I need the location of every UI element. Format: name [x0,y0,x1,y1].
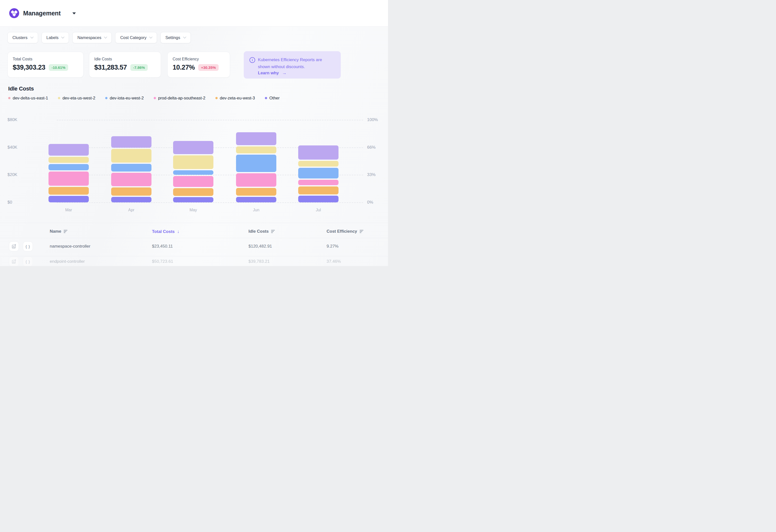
bar-segment-dev-delta-us-east-1-mar[interactable] [48,144,89,156]
stat-value: $31,283.57 [94,64,127,71]
bar-segment-dev-eta-us-west-2-jul[interactable] [298,161,339,167]
bar-segment-dev-eta-us-west-2-may[interactable] [173,156,213,169]
legend-item-prod-delta-ap-southeast-2[interactable]: prod-delta-ap-southeast-2 [154,96,205,100]
bar-segment-dev-zeta-eu-west-3-may[interactable] [173,188,213,196]
cell-total-costs: $23,450.11 [152,244,173,249]
info-icon: i [249,57,255,63]
bar-segment-dev-iota-eu-west-2-jun[interactable] [236,155,276,172]
delta-badge: -10.61% [49,64,68,71]
chevron-down-icon [61,35,64,38]
efficiency-banner: i Kubernetes Efficiency Reports are show… [244,51,341,78]
stat-value: 10.27% [173,64,195,71]
sort-bars-icon [271,230,275,233]
bar-segment-prod-delta-ap-southeast-2-may[interactable] [173,176,213,187]
legend-dot-icon [8,97,10,99]
stat-value-row: $39,303.23-10.61% [13,64,78,71]
chart-title: Idle Costs [8,85,34,92]
bar-segment-other-mar[interactable] [48,196,89,202]
bar-segment-prod-delta-ap-southeast-2-mar[interactable] [48,172,89,186]
bar-segment-dev-delta-us-east-1-apr[interactable] [111,136,152,148]
bar-segment-dev-delta-us-east-1-jul[interactable] [298,146,339,160]
table-row[interactable]: { }endpoint-controller$50,723.61$39,783.… [0,253,388,266]
column-header-idle-costs[interactable]: Idle Costs [248,229,275,234]
braces-icon: { } [26,244,30,249]
bar-segment-dev-zeta-eu-west-3-mar[interactable] [48,187,89,195]
legend-label: dev-zeta-eu-west-3 [220,96,255,100]
bar-segment-other-jul[interactable] [298,196,339,202]
bar-segment-prod-delta-ap-southeast-2-apr[interactable] [111,173,152,186]
cell-idle-costs: $39,783.21 [248,259,269,264]
sort-arrow-down-icon: ↓ [177,229,179,234]
bar-segment-other-may[interactable] [173,197,213,202]
delta-badge: +30.35% [198,64,219,71]
bar-segment-dev-eta-us-west-2-mar[interactable] [48,157,89,163]
bar-segment-dev-delta-us-east-1-jun[interactable] [236,132,276,145]
stat-label: Idle Costs [94,57,156,61]
column-header-total-costs[interactable]: Total Costs↓ [152,229,179,234]
table-top-divider [0,223,388,223]
filter-button-settings[interactable]: Settings [160,32,191,43]
filter-button-cost-category[interactable]: Cost Category [115,32,157,43]
legend-item-other[interactable]: Other [265,96,279,100]
open-report-button[interactable] [9,241,19,251]
delta-badge: -7.86% [130,64,148,71]
column-header-label: Name [50,229,61,234]
x-axis-label-jul: Jul [316,208,321,212]
legend-item-dev-zeta-eu-west-3[interactable]: dev-zeta-eu-west-3 [215,96,255,100]
open-report-button[interactable] [9,257,19,266]
filter-button-namespaces[interactable]: Namespaces [72,32,112,43]
column-header-label: Idle Costs [248,229,268,234]
legend-item-dev-delta-us-east-1[interactable]: dev-delta-us-east-1 [8,96,48,100]
cell-name: namespace-controller [50,244,90,249]
column-header-label: Cost Efficiency [327,229,357,234]
legend-item-dev-iota-eu-west-2[interactable]: dev-iota-eu-west-2 [105,96,144,100]
chevron-down-icon [149,35,153,38]
bar-segment-prod-delta-ap-southeast-2-jun[interactable] [236,173,276,187]
stat-card-total-costs: Total Costs$39,303.23-10.61% [7,52,83,77]
code-braces-button[interactable]: { } [23,241,33,251]
bar-segment-dev-iota-eu-west-2-mar[interactable] [48,164,89,170]
bar-chart-plus-icon [11,244,16,249]
learn-why-label[interactable]: Learn why [258,71,279,75]
stat-value-row: 10.27%+30.35% [173,64,225,71]
filter-button-labels[interactable]: Labels [41,32,69,43]
chevron-down-icon [183,35,186,38]
bar-segment-dev-eta-us-west-2-apr[interactable] [111,149,152,163]
bar-segment-dev-zeta-eu-west-3-jun[interactable] [236,188,276,196]
learn-why-link[interactable]: Learn why → [258,70,286,75]
chart-gridline [57,202,363,203]
code-braces-button[interactable]: { } [23,257,33,266]
filter-label: Settings [165,35,180,40]
bar-segment-dev-eta-us-west-2-jun[interactable] [236,147,276,154]
stat-label: Cost Efficiency [173,57,225,61]
sort-bars-icon [360,230,363,233]
page-title[interactable]: Management [23,10,61,17]
bar-segment-other-jun[interactable] [236,197,276,202]
column-header-cost-efficiency[interactable]: Cost Efficiency [327,229,363,234]
filter-button-clusters[interactable]: Clusters [7,32,38,43]
legend-item-dev-eta-us-west-2[interactable]: dev-eta-us-west-2 [58,96,95,100]
app-logo-icon [9,8,19,18]
caret-down-icon[interactable] [72,12,76,14]
bar-segment-prod-delta-ap-southeast-2-jul[interactable] [298,180,339,185]
y-axis-left-label: $40K [7,145,17,150]
bar-segment-dev-delta-us-east-1-may[interactable] [173,141,213,154]
stat-card-cost-efficiency: Cost Efficiency10.27%+30.35% [167,52,230,77]
bar-segment-dev-iota-eu-west-2-jul[interactable] [298,168,339,179]
cell-total-costs: $50,723.61 [152,259,173,264]
y-axis-left-label: $0 [7,200,12,205]
bar-segment-dev-iota-eu-west-2-apr[interactable] [111,164,152,172]
filter-label: Cost Category [120,35,146,40]
column-header-name[interactable]: Name [50,229,67,234]
bar-segment-other-apr[interactable] [111,197,152,202]
bar-segment-dev-zeta-eu-west-3-jul[interactable] [298,187,339,194]
banner-text: Kubernetes Efficiency Reports are shown … [258,56,335,70]
legend-dot-icon [154,97,156,99]
legend-dot-icon [265,97,267,99]
dashboard-page: Management ClustersLabelsNamespacesCost … [0,0,388,266]
filter-label: Namespaces [77,35,101,40]
table-row[interactable]: { }namespace-controller$23,450.11$120,48… [0,238,388,255]
bar-segment-dev-iota-eu-west-2-may[interactable] [173,170,213,175]
bar-segment-dev-zeta-eu-west-3-apr[interactable] [111,188,152,196]
y-axis-right-label: 100% [367,117,378,122]
